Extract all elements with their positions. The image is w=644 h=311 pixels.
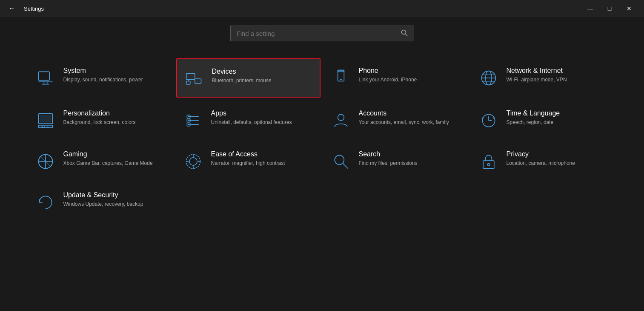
setting-title-apps: Apps (211, 109, 314, 117)
svg-line-50 (343, 164, 348, 169)
setting-text-gaming: Gaming Xbox Game Bar, captures, Game Mod… (63, 150, 166, 167)
setting-title-ease: Ease of Access (211, 150, 314, 158)
setting-item-devices[interactable]: Devices Bluetooth, printers, mouse (176, 58, 321, 98)
setting-desc-time: Speech, region, date (507, 119, 609, 126)
svg-rect-51 (483, 161, 494, 168)
setting-item-search[interactable]: Search Find my files, permissions (324, 142, 468, 179)
setting-text-update: Update & Security Windows Update, recove… (63, 191, 166, 208)
setting-desc-personalization: Background, lock screen, colors (63, 119, 166, 126)
setting-text-network: Network & Internet Wi-Fi, airplane mode,… (507, 67, 609, 84)
apps-icon (183, 111, 203, 130)
app-title: Settings (24, 6, 44, 12)
search-container (26, 26, 618, 41)
devices-icon (184, 69, 204, 88)
svg-rect-22 (38, 125, 52, 128)
setting-text-apps: Apps Uninstall, defaults, optional featu… (211, 109, 314, 126)
privacy-icon (478, 152, 499, 171)
search-icon-button[interactable] (401, 29, 408, 37)
accounts-icon (331, 111, 351, 130)
setting-title-system: System (63, 67, 166, 75)
setting-desc-phone: Link your Android, iPhone (359, 76, 461, 84)
search-input[interactable] (237, 30, 401, 37)
svg-rect-9 (186, 81, 190, 84)
setting-item-personalization[interactable]: Personalization Background, lock screen,… (29, 101, 173, 138)
svg-text:文: 文 (492, 116, 495, 119)
svg-point-52 (487, 164, 490, 166)
setting-desc-gaming: Xbox Game Bar, captures, Game Mode (63, 160, 166, 167)
setting-text-accounts: Accounts Your accounts, email, sync, wor… (359, 109, 461, 126)
setting-title-phone: Phone (359, 67, 461, 75)
setting-text-personalization: Personalization Background, lock screen,… (63, 109, 166, 126)
setting-desc-update: Windows Update, recovery, backup (63, 201, 166, 208)
setting-title-privacy: Privacy (507, 150, 609, 158)
setting-desc-apps: Uninstall, defaults, optional features (211, 119, 314, 126)
setting-text-system: System Display, sound, notifications, po… (63, 67, 166, 84)
setting-desc-ease: Narrator, magnifier, high contrast (211, 160, 314, 167)
svg-rect-8 (195, 79, 201, 84)
setting-text-time: Time & Language Speech, region, date (507, 109, 609, 126)
setting-item-privacy[interactable]: Privacy Location, camera, microphone (472, 142, 616, 179)
network-icon (478, 69, 499, 87)
setting-text-ease: Ease of Access Narrator, magnifier, high… (211, 150, 314, 167)
setting-desc-search: Find my files, permissions (359, 160, 461, 167)
setting-item-accounts[interactable]: Accounts Your accounts, email, sync, wor… (324, 101, 468, 138)
time-icon: A 文 (478, 111, 499, 130)
svg-text:A: A (481, 116, 484, 119)
setting-text-phone: Phone Link your Android, iPhone (359, 67, 461, 84)
setting-text-search: Search Find my files, permissions (359, 150, 461, 167)
setting-title-time: Time & Language (507, 109, 609, 117)
setting-title-personalization: Personalization (63, 109, 166, 117)
svg-point-44 (189, 158, 197, 165)
svg-rect-7 (186, 73, 195, 80)
setting-item-network[interactable]: Network & Internet Wi-Fi, airplane mode,… (472, 58, 616, 98)
setting-title-update: Update & Security (63, 191, 166, 199)
setting-item-ease[interactable]: Ease of Access Narrator, magnifier, high… (176, 142, 321, 179)
search-icon (331, 152, 351, 171)
titlebar: ← Settings — □ ✕ (0, 0, 644, 17)
search-icon (401, 29, 408, 36)
setting-title-accounts: Accounts (359, 109, 461, 117)
setting-title-network: Network & Internet (507, 67, 609, 75)
svg-point-49 (335, 155, 344, 164)
setting-item-phone[interactable]: Phone Link your Android, iPhone (324, 58, 468, 98)
setting-title-gaming: Gaming (63, 150, 166, 158)
phone-icon (331, 69, 351, 87)
setting-desc-devices: Bluetooth, printers, mouse (212, 77, 313, 84)
svg-rect-2 (38, 72, 49, 80)
setting-title-devices: Devices (212, 68, 313, 75)
ease-icon (183, 152, 203, 171)
setting-desc-system: Display, sound, notifications, power (63, 76, 166, 84)
svg-rect-21 (40, 115, 51, 122)
update-icon (35, 193, 56, 212)
setting-item-apps[interactable]: Apps Uninstall, defaults, optional featu… (176, 101, 321, 138)
back-button[interactable]: ← (5, 3, 19, 14)
close-button[interactable]: ✕ (619, 0, 639, 17)
svg-rect-14 (338, 70, 344, 72)
settings-grid: System Display, sound, notifications, po… (29, 58, 616, 220)
svg-point-32 (338, 114, 344, 121)
minimize-button[interactable]: — (580, 0, 600, 17)
setting-desc-network: Wi-Fi, airplane mode, VPN (507, 76, 609, 84)
setting-text-privacy: Privacy Location, camera, microphone (507, 150, 609, 167)
setting-item-system[interactable]: System Display, sound, notifications, po… (29, 58, 173, 98)
window-controls: — □ ✕ (580, 0, 639, 17)
maximize-button[interactable]: □ (600, 0, 619, 17)
system-icon (35, 69, 56, 87)
svg-point-0 (401, 30, 406, 35)
svg-line-1 (405, 34, 407, 36)
personalization-icon (35, 111, 56, 130)
main-content: System Display, sound, notifications, po… (0, 17, 644, 311)
search-box (230, 26, 414, 41)
setting-item-gaming[interactable]: Gaming Xbox Game Bar, captures, Game Mod… (29, 142, 173, 179)
setting-text-devices: Devices Bluetooth, printers, mouse (212, 68, 313, 84)
gaming-icon (35, 152, 56, 171)
setting-title-search: Search (359, 150, 461, 158)
setting-item-update[interactable]: Update & Security Windows Update, recove… (29, 183, 173, 220)
setting-desc-accounts: Your accounts, email, sync, work, family (359, 119, 461, 126)
setting-item-time[interactable]: A 文 Time & Language Speech, region, date (472, 101, 616, 138)
setting-desc-privacy: Location, camera, microphone (507, 160, 609, 167)
